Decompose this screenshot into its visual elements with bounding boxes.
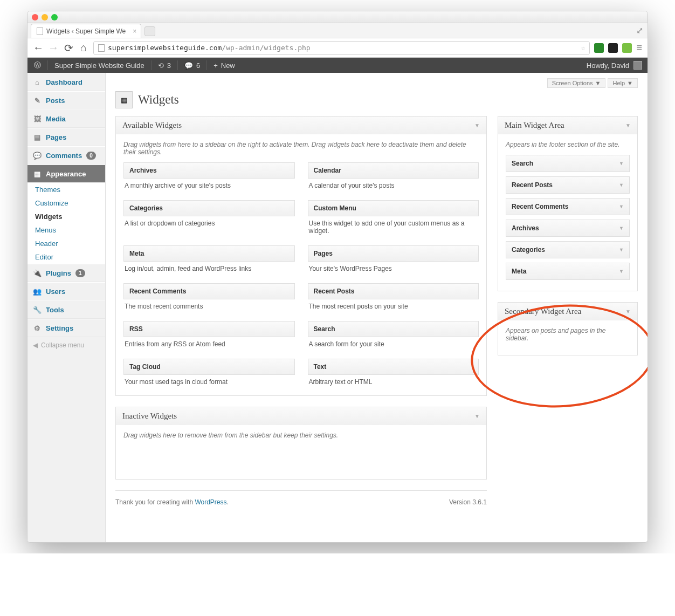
howdy-label[interactable]: Howdy, David [587, 61, 629, 70]
widget-name: Meta [512, 268, 526, 275]
bookmark-star-icon[interactable]: ☆ [581, 44, 586, 52]
sidebar-widget-item[interactable]: Recent Comments▼ [506, 198, 630, 215]
site-name-label: Super Simple Website Guide [54, 61, 144, 70]
available-widget[interactable]: ArchivesA monthly archive of your site's… [123, 162, 295, 193]
sidebar-widget-item[interactable]: Categories▼ [506, 241, 630, 258]
browser-tab[interactable]: Widgets ‹ Super Simple We × [31, 24, 141, 38]
chevron-down-icon: ▼ [619, 161, 624, 166]
submenu-header[interactable]: Header [27, 237, 105, 250]
plus-icon: + [213, 61, 218, 70]
submenu-themes[interactable]: Themes [27, 183, 105, 196]
widget-description: Use this widget to add one of your custo… [308, 216, 479, 238]
available-widget[interactable]: PagesYour site's WordPress Pages [308, 245, 479, 276]
menu-appearance[interactable]: ▦Appearance [27, 165, 105, 183]
address-bar[interactable]: supersimplewebsiteguide.com/wp-admin/wid… [93, 41, 590, 55]
available-widget[interactable]: CalendarA calendar of your site's posts [308, 162, 479, 193]
plugin-icon: 🔌 [33, 269, 42, 277]
comment-icon: 💬 [33, 151, 42, 160]
widget-name: Recent Comments [512, 203, 568, 210]
available-widget[interactable]: Recent CommentsThe most recent comments [123, 283, 295, 313]
available-widget[interactable]: SearchA search form for your site [308, 321, 479, 351]
panel-title: Inactive Widgets [122, 412, 177, 421]
submenu-editor[interactable]: Editor [27, 250, 105, 264]
screen-options-button[interactable]: Screen Options▼ [547, 78, 606, 88]
panel-header[interactable]: Secondary Widget Area ▼ [498, 303, 637, 320]
menu-users[interactable]: 👥Users [27, 282, 105, 300]
widget-name: Recent Posts [512, 181, 553, 189]
menu-tools[interactable]: 🔧Tools [27, 300, 105, 319]
available-widget[interactable]: Recent PostsThe most recent posts on you… [308, 283, 479, 313]
minimize-window-button[interactable] [42, 14, 48, 20]
chevron-down-icon: ▼ [619, 204, 624, 209]
site-name-menu[interactable]: Super Simple Website Guide [48, 58, 151, 73]
widget-title: Categories [123, 200, 295, 216]
home-button[interactable]: ⌂ [78, 42, 89, 54]
submenu-widgets[interactable]: Widgets [27, 210, 105, 223]
available-widget[interactable]: Custom MenuUse this widget to add one of… [308, 200, 479, 238]
menu-label: Plugins [46, 269, 71, 277]
menu-posts[interactable]: ✎Posts [27, 91, 105, 109]
extension-icon[interactable] [622, 43, 632, 53]
close-tab-icon[interactable]: × [133, 28, 136, 35]
help-button[interactable]: Help▼ [608, 78, 638, 88]
panel-header[interactable]: Available Widgets ▼ [116, 117, 486, 134]
wp-logo-menu[interactable]: ⓦ [27, 58, 47, 73]
panel-header[interactable]: Inactive Widgets ▼ [116, 407, 486, 425]
reload-button[interactable]: ⟳ [63, 42, 74, 54]
menu-label: Pages [46, 133, 66, 141]
menu-label: Appearance [46, 170, 86, 178]
widget-description: Log in/out, admin, feed and WordPress li… [123, 262, 295, 276]
menu-comments[interactable]: 💬Comments0 [27, 146, 105, 165]
menu-label: Comments [46, 152, 82, 160]
forward-button[interactable]: → [48, 42, 59, 54]
widget-description: A list or dropdown of categories [123, 216, 295, 230]
wordpress-link[interactable]: WordPress [195, 498, 226, 506]
available-widget[interactable]: Tag CloudYour most used tags in cloud fo… [123, 359, 295, 389]
panel-header[interactable]: Main Widget Area ▼ [498, 117, 637, 134]
sidebar-widget-item[interactable]: Search▼ [506, 155, 630, 172]
menu-settings[interactable]: ⚙Settings [27, 319, 105, 337]
panel-instructions: Drag widgets here to remove them from th… [123, 432, 479, 439]
close-window-button[interactable] [32, 14, 38, 20]
page-file-icon [98, 44, 105, 52]
widget-name: Archives [512, 224, 539, 232]
extension-icon[interactable] [594, 43, 604, 53]
submenu-menus[interactable]: Menus [27, 223, 105, 237]
widget-title: Custom Menu [308, 200, 479, 216]
zoom-window-button[interactable] [51, 14, 58, 20]
sidebar-widget-item[interactable]: Archives▼ [506, 220, 630, 237]
widget-description: A monthly archive of your site's posts [123, 179, 295, 193]
sidebar-widget-item[interactable]: Meta▼ [506, 263, 630, 280]
widget-title: Recent Posts [308, 283, 479, 299]
available-widget[interactable]: TextArbitrary text or HTML [308, 359, 479, 389]
refresh-icon: ⟲ [158, 61, 164, 70]
available-widget[interactable]: CategoriesA list or dropdown of categori… [123, 200, 295, 238]
sidebar-widget-item[interactable]: Recent Posts▼ [506, 176, 630, 194]
user-avatar[interactable] [633, 61, 642, 70]
available-widget[interactable]: RSSEntries from any RSS or Atom feed [123, 321, 295, 351]
available-widget[interactable]: MetaLog in/out, admin, feed and WordPres… [123, 245, 295, 276]
menu-label: Posts [46, 97, 65, 105]
back-button[interactable]: ← [33, 42, 44, 54]
menu-plugins[interactable]: 🔌Plugins1 [27, 264, 105, 282]
extension-icon[interactable] [608, 43, 618, 53]
updates-menu[interactable]: ⟲3 [151, 58, 177, 73]
widget-title: Search [308, 321, 479, 337]
chrome-menu-icon[interactable]: ≡ [636, 42, 642, 53]
collapse-menu[interactable]: ◀Collapse menu [27, 337, 105, 353]
version-label: Version 3.6.1 [449, 498, 487, 506]
refresh-count: 3 [167, 61, 171, 70]
dashboard-icon: ⌂ [33, 78, 42, 86]
page-title: Widgets [138, 93, 179, 107]
chevron-down-icon: ▼ [595, 80, 601, 86]
menu-dashboard[interactable]: ⌂Dashboard [27, 73, 105, 91]
menu-label: Settings [46, 324, 73, 332]
widget-name: Search [512, 160, 533, 167]
new-tab-button[interactable] [144, 26, 155, 36]
menu-media[interactable]: 🖼Media [27, 109, 105, 128]
menu-pages[interactable]: ▤Pages [27, 128, 105, 146]
expand-icon[interactable]: ⤢ [636, 25, 643, 36]
submenu-customize[interactable]: Customize [27, 196, 105, 210]
comments-menu[interactable]: 💬6 [178, 58, 206, 73]
new-content-menu[interactable]: +New [207, 58, 242, 73]
